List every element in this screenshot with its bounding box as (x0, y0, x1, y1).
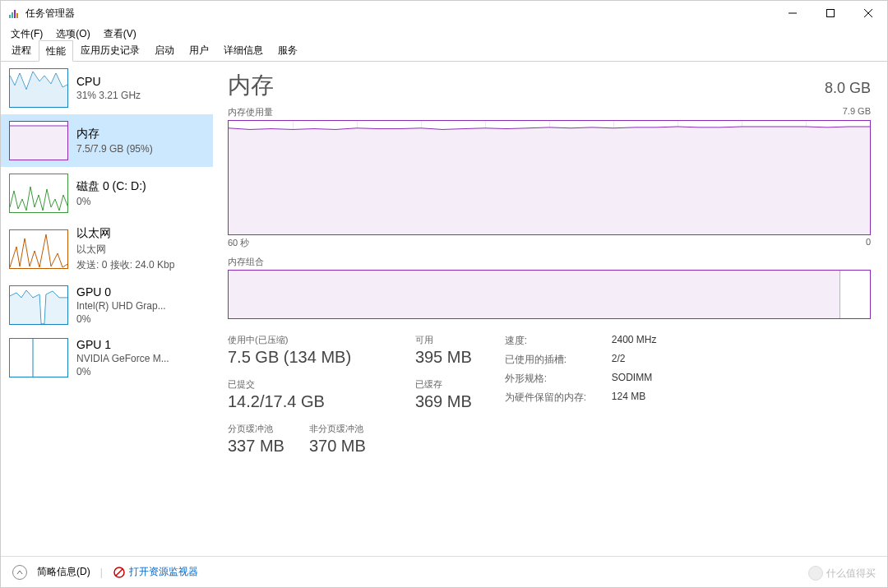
sidebar-item-label: GPU 1 (76, 338, 169, 351)
close-button[interactable] (849, 1, 887, 25)
watermark: 什么值得买 (808, 566, 876, 581)
chevron-up-icon[interactable] (12, 565, 27, 580)
axis-left: 60 秒 (228, 237, 249, 249)
footer: 简略信息(D) | 打开资源监视器 (1, 556, 887, 587)
committed-label: 已提交 (228, 378, 366, 391)
main-panel: 内存 8.0 GB 内存使用量 7.9 GB 60 秒 0 内存组合 (213, 62, 887, 555)
tab-app-history[interactable]: 应用历史记录 (73, 39, 147, 61)
cached-value: 369 MB (415, 392, 472, 411)
sidebar-item-label: 内存 (76, 127, 153, 141)
usage-chart-label: 内存使用量 (228, 106, 273, 118)
sidebar-item-label: CPU (76, 75, 141, 88)
sidebar-item-gpu0[interactable]: GPU 0Intel(R) UHD Grap...0% (1, 279, 213, 331)
app-icon (7, 7, 21, 20)
nonpaged-value: 370 MB (309, 437, 366, 456)
tab-performance[interactable]: 性能 (39, 40, 73, 62)
sidebar-item-label: 以太网 (76, 226, 174, 241)
cached-label: 已缓存 (415, 378, 472, 391)
sidebar-item-label: 磁盘 0 (C: D:) (76, 179, 146, 194)
svg-line-11 (116, 569, 123, 576)
committed-value: 14.2/17.4 GB (228, 392, 366, 411)
open-resource-monitor-link[interactable]: 打开资源监视器 (113, 565, 198, 579)
sidebar-item-sub2: 发送: 0 接收: 24.0 Kbp (76, 258, 174, 272)
capacity-value: 8.0 GB (825, 80, 871, 97)
sidebar-item-sub2: 0% (76, 366, 169, 377)
sidebar-item-gpu1[interactable]: GPU 1NVIDIA GeForce M...0% (1, 331, 213, 384)
in-use-value: 7.5 GB (134 MB) (228, 348, 366, 367)
tab-users[interactable]: 用户 (182, 39, 216, 61)
svg-rect-0 (9, 15, 11, 18)
usage-chart-max: 7.9 GB (843, 106, 871, 118)
memory-composition-chart (228, 270, 871, 319)
available-value: 395 MB (415, 348, 472, 367)
slots-label: 已使用的插槽: (505, 353, 612, 367)
reserved-label: 为硬件保留的内存: (505, 391, 612, 405)
paged-label: 分页缓冲池 (228, 423, 284, 435)
sidebar-item-sub: NVIDIA GeForce M... (76, 353, 169, 364)
sidebar-item-sub: 7.5/7.9 GB (95%) (76, 143, 153, 155)
paged-value: 337 MB (228, 437, 284, 456)
svg-rect-8 (10, 127, 68, 160)
sidebar: CPU31% 3.21 GHz 内存7.5/7.9 GB (95%) 磁盘 0 … (1, 62, 213, 555)
watermark-icon (808, 566, 823, 581)
in-use-label: 使用中(已压缩) (228, 334, 366, 346)
tab-bar: 进程 性能 应用历史记录 启动 用户 详细信息 服务 (1, 42, 887, 62)
sidebar-item-sub: Intel(R) UHD Grap... (76, 300, 166, 312)
form-label: 外形规格: (505, 372, 612, 386)
sidebar-item-memory[interactable]: 内存7.5/7.9 GB (95%) (1, 114, 213, 167)
speed-label: 速度: (505, 334, 612, 348)
page-title: 内存 (228, 70, 274, 101)
sidebar-item-sub: 以太网 (76, 243, 174, 257)
reserved-value: 124 MB (612, 391, 645, 405)
slots-value: 2/2 (612, 353, 626, 367)
title-bar: 任务管理器 (1, 1, 887, 25)
speed-value: 2400 MHz (612, 334, 657, 348)
tab-processes[interactable]: 进程 (4, 39, 39, 61)
fewer-details-link[interactable]: 简略信息(D) (37, 565, 90, 579)
available-label: 可用 (415, 334, 472, 346)
composition-label: 内存组合 (228, 256, 264, 268)
sidebar-item-ethernet[interactable]: 以太网以太网发送: 0 接收: 24.0 Kbp (1, 220, 213, 279)
sidebar-item-sub: 0% (76, 196, 146, 207)
tab-services[interactable]: 服务 (271, 39, 305, 61)
maximize-button[interactable] (812, 1, 849, 25)
window-title: 任务管理器 (25, 7, 75, 21)
svg-rect-5 (827, 10, 835, 17)
sidebar-item-disk[interactable]: 磁盘 0 (C: D:)0% (1, 167, 213, 220)
svg-rect-1 (12, 12, 13, 18)
sidebar-item-sub2: 0% (76, 313, 166, 325)
svg-rect-2 (14, 10, 16, 18)
sidebar-item-label: GPU 0 (76, 285, 166, 299)
axis-right: 0 (866, 237, 871, 249)
tab-details[interactable]: 详细信息 (216, 39, 271, 61)
svg-rect-3 (16, 13, 18, 18)
resource-monitor-icon (113, 566, 126, 579)
memory-usage-chart (228, 120, 871, 235)
sidebar-item-sub: 31% 3.21 GHz (76, 90, 141, 101)
tab-startup[interactable]: 启动 (147, 39, 182, 61)
form-value: SODIMM (612, 372, 652, 386)
nonpaged-label: 非分页缓冲池 (309, 423, 366, 435)
minimize-button[interactable] (774, 1, 812, 25)
sidebar-item-cpu[interactable]: CPU31% 3.21 GHz (1, 62, 213, 114)
